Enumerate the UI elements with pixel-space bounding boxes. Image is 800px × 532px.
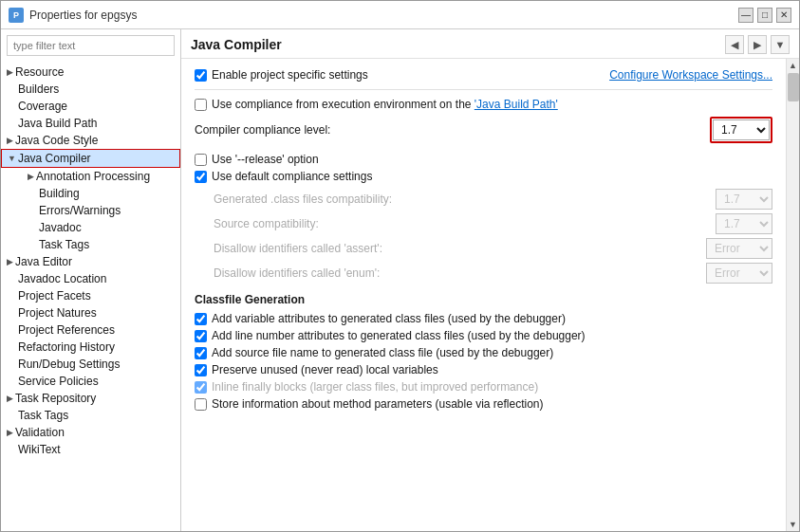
add-line-checkbox[interactable]: [195, 330, 207, 342]
store-info-row: Store information about method parameter…: [195, 397, 772, 411]
enable-project-settings-label: Enable project specific settings: [212, 68, 368, 82]
scroll-thumb[interactable]: [788, 73, 799, 101]
use-release-label: Use '--release' option: [212, 153, 319, 166]
enable-project-settings-checkbox[interactable]: [195, 69, 207, 82]
disallow-enum-row: Disallow identifiers called 'enum': Erro…: [195, 263, 772, 284]
compiler-compliance-row: Compiler compliance level: 1.7 1.5 1.6 1…: [195, 117, 772, 143]
arrow-icon: ▶: [7, 428, 13, 437]
add-source-checkbox[interactable]: [195, 347, 207, 359]
inline-finally-row: Inline finally blocks (larger class file…: [195, 380, 772, 394]
use-release-row: Use '--release' option: [195, 153, 772, 166]
close-button[interactable]: ✕: [776, 8, 791, 23]
arrow-icon: ▶: [7, 257, 13, 266]
sidebar-item-validation[interactable]: ▶ Validation: [1, 424, 180, 441]
add-variable-row: Add variable attributes to generated cla…: [195, 312, 772, 325]
arrow-icon: ▶: [7, 67, 13, 77]
sidebar-item-annotation-processing[interactable]: ▶ Annotation Processing: [1, 168, 180, 185]
back-button[interactable]: ◀: [725, 35, 744, 54]
sidebar-item-javadoc-location[interactable]: Javadoc Location: [1, 270, 180, 287]
sidebar-item-task-repository[interactable]: ▶ Task Repository: [1, 390, 180, 407]
sidebar-item-service-policies[interactable]: Service Policies: [1, 373, 180, 390]
store-info-label: Store information about method parameter…: [212, 397, 544, 411]
sidebar-item-errors-warnings[interactable]: Errors/Warnings: [1, 202, 180, 219]
compiler-compliance-label: Compiler compliance level:: [195, 123, 710, 137]
add-variable-checkbox[interactable]: [195, 313, 207, 325]
compiler-compliance-select[interactable]: 1.7 1.5 1.6 1.8: [713, 119, 770, 140]
disallow-assert-select[interactable]: Error: [706, 238, 772, 259]
use-release-checkbox[interactable]: [195, 154, 207, 166]
disallow-assert-row: Disallow identifiers called 'assert': Er…: [195, 238, 772, 259]
sidebar-item-project-references[interactable]: Project References: [1, 321, 180, 339]
sidebar-item-task-tags[interactable]: Task Tags: [1, 236, 180, 253]
sidebar-item-refactoring-history[interactable]: Refactoring History: [1, 339, 180, 356]
arrow-icon: ▶: [7, 136, 13, 145]
add-line-row: Add line number attributes to generated …: [195, 329, 772, 342]
filter-input[interactable]: [7, 35, 175, 56]
sidebar-item-project-natures[interactable]: Project Natures: [1, 304, 180, 321]
panel-toolbar: ◀ ▶ ▼: [725, 35, 790, 54]
tree: ▶ Resource Builders Coverage Java Build …: [1, 62, 180, 531]
sidebar-item-run-debug-settings[interactable]: Run/Debug Settings: [1, 356, 180, 373]
forward-button[interactable]: ▶: [748, 35, 767, 54]
preserve-unused-checkbox[interactable]: [195, 364, 207, 376]
preserve-unused-label: Preserve unused (never read) local varia…: [212, 363, 438, 376]
generated-class-select[interactable]: 1.7: [716, 189, 772, 210]
title-bar-controls: — □ ✕: [738, 8, 791, 23]
maximize-button[interactable]: □: [757, 8, 772, 23]
main-panel: Java Compiler ◀ ▶ ▼ Enable project speci…: [181, 29, 799, 531]
use-compliance-checkbox[interactable]: [195, 99, 207, 111]
dropdown-button[interactable]: ▼: [771, 35, 790, 54]
add-line-label: Add line number attributes to generated …: [212, 329, 586, 342]
preserve-unused-row: Preserve unused (never read) local varia…: [195, 363, 772, 376]
generated-class-label: Generated .class files compatibility:: [214, 193, 716, 206]
sidebar-item-java-editor[interactable]: ▶ Java Editor: [1, 253, 180, 270]
use-default-compliance-row: Use default compliance settings: [195, 170, 772, 183]
title-bar: P Properties for epgsys — □ ✕: [1, 1, 799, 29]
minimize-button[interactable]: —: [738, 8, 753, 23]
sidebar-item-javadoc[interactable]: Javadoc: [1, 219, 180, 236]
sidebar-item-project-facets[interactable]: Project Facets: [1, 287, 180, 304]
sidebar-item-java-build-path[interactable]: Java Build Path: [1, 115, 180, 132]
arrow-icon: ▶: [28, 172, 34, 181]
configure-workspace-link[interactable]: Configure Workspace Settings...: [609, 68, 772, 82]
add-source-label: Add source file name to generated class …: [212, 346, 553, 359]
window: P Properties for epgsys — □ ✕ ▶ Resource…: [0, 0, 800, 532]
sidebar-item-java-code-style[interactable]: ▶ Java Code Style: [1, 132, 180, 149]
arrow-icon: ▶: [7, 394, 13, 403]
title-bar-text: Properties for epgsys: [29, 9, 733, 22]
disallow-enum-select[interactable]: Error: [706, 263, 772, 284]
disallow-assert-label: Disallow identifiers called 'assert':: [214, 242, 706, 255]
generated-class-row: Generated .class files compatibility: 1.…: [195, 189, 772, 210]
main-content: ▶ Resource Builders Coverage Java Build …: [1, 29, 799, 531]
sidebar-item-task-tags2[interactable]: Task Tags: [1, 407, 180, 424]
sidebar-item-java-compiler[interactable]: ▼ Java Compiler: [1, 149, 180, 168]
sidebar: ▶ Resource Builders Coverage Java Build …: [1, 29, 181, 531]
sidebar-item-resource[interactable]: ▶ Resource: [1, 64, 180, 81]
sidebar-item-coverage[interactable]: Coverage: [1, 98, 180, 115]
inline-finally-label: Inline finally blocks (larger class file…: [212, 380, 538, 394]
use-compliance-row: Use compliance from execution environmen…: [195, 98, 772, 111]
source-compat-select[interactable]: 1.7: [716, 213, 772, 234]
sidebar-item-wikitext[interactable]: WikiText: [1, 441, 180, 458]
enable-project-settings-row: Enable project specific settings Configu…: [195, 68, 772, 82]
add-variable-label: Add variable attributes to generated cla…: [212, 312, 566, 325]
sidebar-item-building[interactable]: Building: [1, 185, 180, 202]
right-scrollbar[interactable]: ▲ ▼: [786, 59, 799, 531]
store-info-checkbox[interactable]: [195, 398, 207, 411]
scroll-track: [787, 72, 800, 518]
classfile-section-header: Classfile Generation: [195, 293, 772, 306]
compiler-compliance-highlight: 1.7 1.5 1.6 1.8: [710, 117, 772, 143]
use-compliance-label: Use compliance from execution environmen…: [212, 98, 558, 111]
java-build-path-link[interactable]: 'Java Build Path': [474, 98, 558, 111]
scroll-down-button[interactable]: ▼: [787, 518, 800, 531]
panel-title: Java Compiler: [191, 37, 282, 52]
source-compat-row: Source compatibility: 1.7: [195, 213, 772, 234]
use-default-compliance-checkbox[interactable]: [195, 171, 207, 183]
inline-finally-checkbox[interactable]: [195, 381, 207, 394]
panel-header: Java Compiler ◀ ▶ ▼: [181, 29, 799, 59]
use-default-compliance-label: Use default compliance settings: [212, 170, 372, 183]
disallow-enum-label: Disallow identifiers called 'enum':: [214, 266, 706, 280]
scroll-up-button[interactable]: ▲: [787, 59, 800, 72]
sidebar-item-builders[interactable]: Builders: [1, 81, 180, 98]
add-source-row: Add source file name to generated class …: [195, 346, 772, 359]
